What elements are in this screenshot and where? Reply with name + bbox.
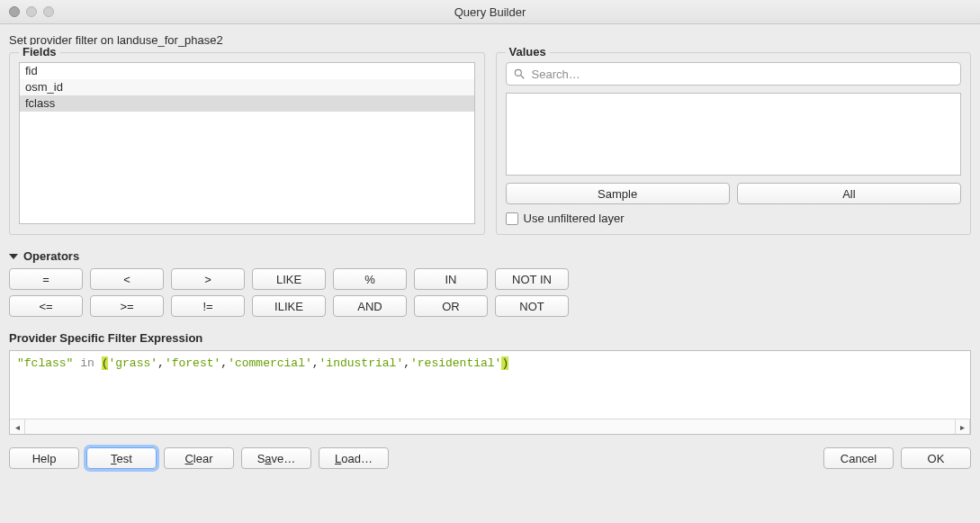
- values-label: Values: [506, 45, 550, 59]
- fields-label: Fields: [19, 45, 60, 59]
- clear-button[interactable]: Clear: [164, 447, 234, 469]
- use-unfiltered-label: Use unfiltered layer: [524, 212, 625, 225]
- help-button[interactable]: Help: [9, 447, 79, 469]
- operator-button[interactable]: NOT: [495, 295, 569, 317]
- operator-button[interactable]: IN: [414, 268, 488, 290]
- field-item[interactable]: fid: [20, 63, 474, 79]
- close-window-icon[interactable]: [9, 6, 20, 17]
- window-title: Query Builder: [0, 5, 980, 19]
- operator-button[interactable]: LIKE: [252, 268, 326, 290]
- use-unfiltered-checkbox[interactable]: [506, 212, 518, 225]
- dialog-footer: Help Test Clear Save… Load… Cancel OK: [9, 447, 971, 469]
- test-button[interactable]: Test: [86, 447, 157, 469]
- fields-group: Fields fidosm_idfclass: [9, 52, 485, 235]
- scroll-track[interactable]: [25, 419, 955, 434]
- search-icon: [513, 68, 526, 80]
- operators-section: Operators =<>LIKE%INNOT IN<=>=!=ILIKEAND…: [9, 249, 971, 322]
- values-search-input[interactable]: [506, 62, 962, 86]
- ok-button[interactable]: OK: [901, 447, 971, 469]
- zoom-window-icon[interactable]: [43, 6, 54, 17]
- expression-label: Provider Specific Filter Expression: [9, 331, 971, 345]
- expression-editor[interactable]: "fclass" in ('grass','forest','commercia…: [10, 351, 970, 419]
- fields-listbox[interactable]: fidosm_idfclass: [19, 62, 475, 224]
- operator-button[interactable]: <=: [9, 295, 83, 317]
- operator-button[interactable]: <: [90, 268, 164, 290]
- scroll-left-button[interactable]: ◂: [10, 419, 25, 434]
- operator-button[interactable]: %: [333, 268, 407, 290]
- scroll-right-button[interactable]: ▸: [955, 419, 970, 434]
- operator-button[interactable]: !=: [171, 295, 245, 317]
- title-bar: Query Builder: [0, 0, 980, 24]
- chevron-down-icon: [9, 252, 18, 261]
- operator-button[interactable]: =: [9, 268, 83, 290]
- field-item[interactable]: osm_id: [20, 79, 474, 95]
- values-listbox[interactable]: [506, 93, 962, 176]
- operator-button[interactable]: AND: [333, 295, 407, 317]
- all-button[interactable]: All: [737, 183, 961, 204]
- expression-box: "fclass" in ('grass','forest','commercia…: [9, 350, 971, 435]
- save-button[interactable]: Save…: [241, 447, 311, 469]
- operator-button[interactable]: >=: [90, 295, 164, 317]
- expression-hscrollbar[interactable]: ◂ ▸: [10, 419, 970, 434]
- operator-button[interactable]: OR: [414, 295, 488, 317]
- operator-button[interactable]: NOT IN: [495, 268, 569, 290]
- operator-button[interactable]: ILIKE: [252, 295, 326, 317]
- operators-label: Operators: [23, 249, 79, 263]
- cancel-button[interactable]: Cancel: [823, 447, 894, 469]
- sample-button[interactable]: Sample: [506, 183, 730, 204]
- values-group: Values Sample All Use unfiltered layer: [496, 52, 972, 235]
- instruction-text: Set provider filter on landuse_for_phase…: [9, 33, 971, 47]
- svg-line-1: [520, 76, 524, 79]
- minimize-window-icon[interactable]: [26, 6, 37, 17]
- svg-point-0: [515, 69, 521, 76]
- field-item[interactable]: fclass: [20, 95, 474, 112]
- window-controls: [0, 6, 54, 17]
- use-unfiltered-row[interactable]: Use unfiltered layer: [506, 212, 962, 225]
- operators-toggle[interactable]: Operators: [9, 249, 971, 263]
- operator-button[interactable]: >: [171, 268, 245, 290]
- load-button[interactable]: Load…: [319, 447, 389, 469]
